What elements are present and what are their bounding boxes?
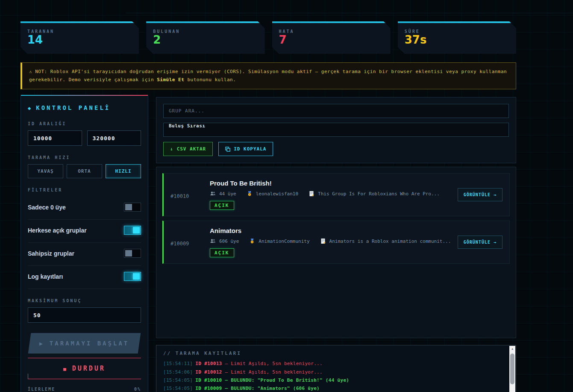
group-name: Animators: [210, 227, 458, 234]
scrollbar-thumb[interactable]: [510, 354, 514, 384]
log-timestamp: [15:54:11]: [163, 361, 193, 366]
filters-label: FİLTRELER: [28, 188, 141, 192]
filter-label: Log kayıtları: [28, 273, 63, 280]
toggle-public-groups[interactable]: [124, 226, 141, 235]
status-badge: AÇIK: [210, 201, 234, 210]
log-id: ID #10009: [195, 386, 222, 391]
sort-select[interactable]: Buluş Sırası: [163, 123, 509, 137]
stat-value: 7: [279, 34, 391, 47]
max-results-label: MAKSİMUM SONUÇ: [28, 298, 141, 303]
toggle-ownerless-groups[interactable]: [124, 249, 141, 258]
group-card: #10009 Animators 606 üye AnimationCommun…: [162, 221, 510, 264]
stat-label: TARANAN: [27, 29, 139, 34]
group-members: 606 üye: [219, 239, 239, 244]
log-timestamp: [15:54:06]: [163, 369, 193, 375]
stat-value: 37s: [405, 34, 516, 47]
log-id: ID #10010: [195, 377, 222, 383]
log-line: [15:54:06]ID #10012 — Limit Aşıldı, 5sn …: [163, 368, 503, 376]
filter-row-zero-members: Sadece 0 üye: [28, 197, 141, 220]
group-name: Proud To Be British!: [210, 180, 458, 187]
toggle-log-records[interactable]: [124, 272, 141, 281]
log-line: [15:54:05]ID #10010 — BULUNDU: "Proud To…: [163, 376, 503, 384]
start-scan-button[interactable]: ▶TARAMAYI BAŞLAT: [28, 333, 141, 354]
description-memo-icon: [320, 238, 326, 244]
download-icon: ↓: [170, 146, 173, 152]
stat-value: 2: [153, 34, 264, 47]
speed-medium-button[interactable]: ORTA: [67, 164, 102, 178]
progress-value: 0%: [134, 387, 141, 392]
toggle-knob: [125, 250, 132, 256]
console-scrollbar[interactable]: ▲ ▼: [509, 346, 515, 392]
card-accent-bar: [21, 21, 139, 23]
console-title: // TARAMA KAYITLARI: [163, 351, 503, 356]
owner-medal-icon: [247, 191, 253, 197]
group-id: #10009: [170, 241, 201, 247]
diamond-icon: ◆: [28, 105, 32, 111]
group-description: This Group Is For Robloxians Who Are Pro…: [318, 191, 440, 197]
log-message: — Limit Aşıldı, 5sn bekleniyor...: [225, 361, 322, 366]
progress-label: İLERLEME: [28, 387, 55, 392]
log-id: ID #10012: [195, 369, 222, 375]
toolbar-panel: Buluş Sırası ↓ CSV AKTAR ID KOPYALA: [156, 97, 516, 163]
group-owner: leonalewisfan10: [256, 191, 298, 197]
group-card: #10010 Proud To Be British! 44 üye leona…: [162, 173, 510, 216]
play-icon: ▶: [39, 340, 44, 347]
csv-export-button[interactable]: ↓ CSV AKTAR: [163, 142, 213, 156]
stop-button-corner-tick: [28, 374, 28, 379]
description-memo-icon: [309, 191, 314, 197]
stats-row: TARANAN 14 BULUNAN 2 HATA 7 SÜRE 37s: [21, 21, 516, 54]
scrollbar-up-arrow[interactable]: ▲: [509, 346, 515, 352]
stat-card-hata: HATA 7: [272, 21, 391, 54]
log-message: — BULUNDU: "Animators" (606 üye): [225, 386, 320, 391]
id-range-label: ID ARALIĞI: [28, 121, 141, 126]
stat-card-sure: SÜRE 37s: [398, 21, 516, 54]
note-text: ⚠ NOT: Roblox API'si tarayıcıdan doğruda…: [29, 69, 507, 83]
filter-row-ownerless-groups: Sahipsiz gruplar: [28, 243, 141, 266]
toggle-knob: [133, 273, 140, 280]
status-badge: AÇIK: [210, 248, 234, 257]
panel-gradient-bar: [21, 95, 148, 96]
filter-label: Herkese açık gruplar: [28, 227, 87, 234]
view-group-button[interactable]: GÖRÜNTÜLE →: [458, 236, 502, 249]
log-timestamp: [15:54:05]: [163, 386, 193, 391]
decor-line: [126, 13, 573, 13]
stop-icon: ■: [63, 366, 68, 372]
stop-button[interactable]: ■DURDUR: [28, 358, 141, 379]
stat-card-taranan: TARANAN 14: [21, 21, 139, 54]
scan-log-console: // TARAMA KAYITLARI [15:54:11]ID #10013 …: [156, 345, 516, 392]
stat-card-bulunan: BULUNAN 2: [146, 21, 264, 54]
toggle-zero-members[interactable]: [124, 203, 141, 212]
max-results-input[interactable]: [28, 307, 141, 323]
speed-slow-button[interactable]: YAVAŞ: [28, 164, 63, 178]
filter-label: Sahipsiz gruplar: [28, 250, 74, 257]
search-input[interactable]: [163, 104, 509, 118]
group-description: Animators is a Roblox animation communit…: [329, 239, 451, 244]
card-accent-bar: [272, 21, 391, 23]
log-timestamp: [15:54:05]: [163, 377, 193, 383]
speed-fast-button[interactable]: HIZLI: [106, 164, 141, 178]
owner-medal-icon: [249, 238, 255, 244]
log-message: — Limit Aşıldı, 5sn bekleniyor...: [225, 369, 322, 375]
stat-value: 14: [27, 34, 139, 47]
id-min-input[interactable]: [28, 130, 82, 146]
copy-ids-button[interactable]: ID KOPYALA: [218, 142, 273, 156]
view-group-button[interactable]: GÖRÜNTÜLE →: [458, 188, 502, 201]
speed-label: TARAMA HIZI: [28, 155, 141, 160]
log-message: — BULUNDU: "Proud To Be British!" (44 üy…: [225, 377, 349, 383]
group-members: 44 üye: [219, 191, 236, 197]
group-owner: AnimationCommunity: [259, 239, 309, 244]
filter-label: Sadece 0 üye: [28, 204, 66, 211]
toggle-knob: [133, 227, 140, 233]
app-page: TARANAN 14 BULUNAN 2 HATA 7 SÜRE 37s ⚠ N…: [0, 0, 573, 392]
id-max-input[interactable]: [87, 130, 141, 146]
members-icon: [210, 238, 216, 244]
note-suffix: butonunu kullan.: [184, 77, 236, 83]
copy-icon: [225, 147, 230, 152]
filter-row-log-records: Log kayıtları: [28, 266, 141, 289]
cors-warning-note: ⚠ NOT: Roblox API'si tarayıcıdan doğruda…: [21, 62, 516, 89]
group-id: #10010: [170, 193, 201, 199]
log-id: ID #10013: [195, 361, 222, 366]
panel-title: ◆KONTROL PANELİ: [28, 104, 141, 111]
members-icon: [210, 191, 216, 197]
note-bold-text: Simüle Et: [157, 77, 184, 83]
